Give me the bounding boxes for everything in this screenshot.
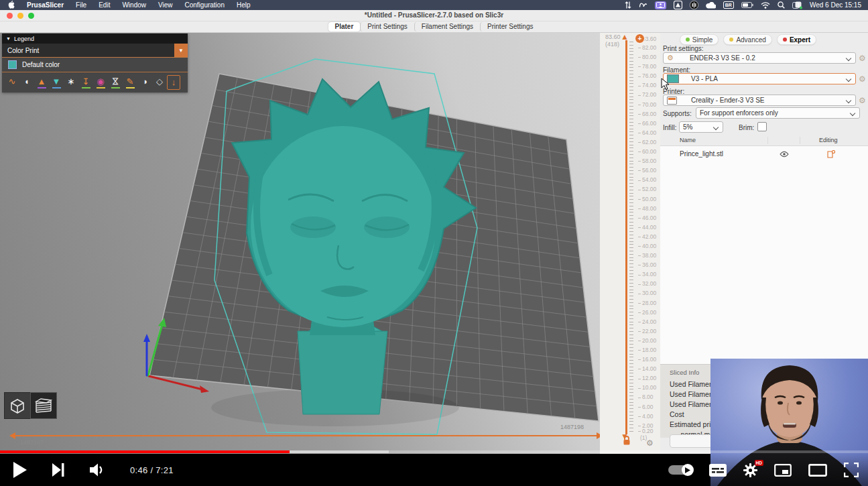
current-layer-number: (418) <box>605 41 619 48</box>
legend-feature-icon[interactable]: ◑ <box>137 76 152 88</box>
object-name: Prince_light.stl <box>680 150 723 158</box>
legend-feature-icon[interactable]: ◖ <box>19 76 34 88</box>
legend-feature-icon[interactable]: ▼ <box>49 76 64 88</box>
menu-item[interactable]: Window <box>116 1 152 9</box>
layer-tick: 28.00 <box>638 298 656 308</box>
layer-tick: 44.00 <box>638 223 656 232</box>
close-window-button[interactable] <box>7 13 13 19</box>
settings-tab[interactable]: Filament Settings <box>414 22 480 32</box>
legend-feature-icon[interactable]: ✎ <box>123 76 137 88</box>
draw-icon[interactable] <box>639 1 647 9</box>
legend-feature-icon[interactable]: ∿ <box>5 76 19 88</box>
audio-levels-icon[interactable] <box>690 1 698 9</box>
printer-dropdown[interactable]: Creality - Ender-3 V3 SE <box>663 95 856 106</box>
search-icon[interactable] <box>778 1 785 9</box>
layer-tick: 76.00 <box>638 71 656 80</box>
layers-icon <box>34 397 53 414</box>
filament-dropdown[interactable]: V3 - PLA <box>663 73 856 84</box>
settings-tab[interactable]: Print Settings <box>360 22 414 32</box>
infill-dropdown[interactable]: 5% <box>679 121 723 133</box>
menu-item[interactable]: Configuration <box>178 1 230 9</box>
layer-tick: 48.00 <box>638 204 656 213</box>
layer-tick: 74.00 <box>638 80 656 90</box>
slider-settings-gear-icon[interactable]: ⚙ <box>646 438 654 448</box>
legend-feature-icon[interactable]: ⋈ <box>108 76 123 88</box>
subtitles-button[interactable] <box>709 464 727 477</box>
printer-gear-icon[interactable]: ⚙ <box>859 97 866 105</box>
autoplay-toggle[interactable] <box>668 465 692 475</box>
legend-feature-icon[interactable]: ◇ <box>152 76 167 88</box>
minimize-window-button[interactable] <box>17 13 23 19</box>
mode-button[interactable]: Simple <box>680 34 719 45</box>
layer-tick: 56.00 <box>638 166 656 175</box>
layer-slider-top-thumb[interactable]: ▲ <box>621 34 629 40</box>
layer-slider-track[interactable] <box>625 40 627 434</box>
editor-view-button[interactable] <box>4 392 31 419</box>
user-switch-icon[interactable] <box>792 1 802 9</box>
legend-feature-icon[interactable]: ◉ <box>93 76 108 88</box>
miniplayer-button[interactable] <box>774 464 792 477</box>
view-type-dropdown[interactable]: Color Print ▼ <box>2 44 188 58</box>
zoom-window-button[interactable] <box>28 13 34 19</box>
print-settings-label: Print settings: <box>663 45 704 52</box>
object-table-body: Prince_light.stl <box>660 146 868 365</box>
legend-header[interactable]: ▼ Legend <box>2 34 188 44</box>
layer-ruler-ticks <box>629 42 633 433</box>
settings-tab[interactable]: Plater <box>328 22 361 32</box>
settings-button[interactable]: HD <box>743 463 757 477</box>
print-settings-gear-icon[interactable]: ⚙ <box>859 54 866 62</box>
volume-button[interactable] <box>90 463 105 477</box>
mode-selector: Simple Advanced Expert <box>660 34 816 45</box>
br-badge[interactable]: BR <box>723 1 734 9</box>
progress-bar[interactable] <box>0 450 868 453</box>
lock-icon[interactable] <box>623 436 631 446</box>
fullscreen-button[interactable] <box>844 463 859 477</box>
theater-mode-button[interactable] <box>808 464 827 477</box>
print-bed-scene[interactable] <box>0 32 600 454</box>
sync-icon[interactable] <box>625 1 631 9</box>
legend-feature-icon[interactable]: ↓ <box>167 75 180 90</box>
filament-gear-icon[interactable]: ⚙ <box>859 75 866 83</box>
layer-tick: 82.00 <box>638 43 656 52</box>
table-row[interactable]: Prince_light.stl <box>660 146 868 162</box>
apple-icon[interactable] <box>8 1 15 9</box>
mode-dot-icon <box>686 38 690 42</box>
mode-button[interactable]: Expert <box>777 34 816 45</box>
menu-item[interactable]: File <box>70 1 92 9</box>
edit-object-icon[interactable] <box>827 150 835 158</box>
dropdown-arrow-icon[interactable]: ▼ <box>174 44 188 57</box>
layer-tick: 16.00 <box>638 355 656 364</box>
legend-feature-icon[interactable]: ▲ <box>34 76 49 88</box>
layer-tick: 46.00 <box>638 213 656 223</box>
layer-tick: 20.00 <box>638 336 656 345</box>
horizontal-move-slider[interactable] <box>15 435 597 436</box>
legend-feature-icon[interactable]: ∗ <box>64 76 78 88</box>
mode-button[interactable]: Advanced <box>723 34 771 45</box>
infill-value: 5% <box>683 123 710 131</box>
eye-visibility-icon[interactable] <box>780 151 789 158</box>
preview-view-button[interactable] <box>30 392 57 419</box>
triangle-app-icon[interactable] <box>674 1 682 9</box>
hd-badge: HD <box>755 460 763 466</box>
cloud-icon[interactable] <box>706 1 716 9</box>
play-button[interactable] <box>13 462 27 478</box>
layer-tick: 52.00 <box>638 184 656 194</box>
print-settings-dropdown[interactable]: ⚙ ENDER-3 V3 SE - 0.2 <box>663 52 856 64</box>
3d-viewport[interactable]: ▼ Legend Color Print ▼ Default color ∿ ◖ <box>0 32 600 454</box>
menu-item[interactable]: Edit <box>92 1 116 9</box>
layer-tick: 18.00 <box>638 345 656 355</box>
supports-dropdown[interactable]: For support enforcers only <box>696 107 860 119</box>
view-type-value: Color Print <box>2 47 174 54</box>
screen-share-icon[interactable] <box>655 1 666 9</box>
layer-tick: 80.00 <box>638 52 656 62</box>
hslider-left-arrow[interactable] <box>9 432 15 439</box>
add-color-change-button[interactable]: + <box>635 34 645 44</box>
menu-item[interactable]: Help <box>231 1 257 9</box>
settings-tab[interactable]: Printer Settings <box>480 22 540 32</box>
menu-item[interactable]: PrusaSlicer <box>21 1 70 9</box>
mode-dot-icon <box>783 38 787 42</box>
legend-feature-icon[interactable]: ↧ <box>78 76 93 88</box>
brim-checkbox[interactable] <box>757 122 767 131</box>
menu-item[interactable]: View <box>152 1 179 9</box>
next-button[interactable] <box>52 463 64 477</box>
